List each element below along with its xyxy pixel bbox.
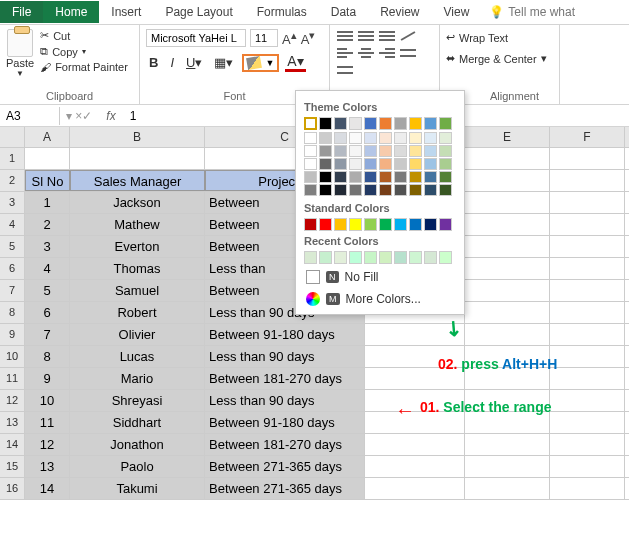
cell[interactable]	[550, 324, 625, 345]
cell[interactable]	[465, 478, 550, 499]
color-swatch[interactable]	[319, 218, 332, 231]
align-middle-button[interactable]	[357, 29, 375, 43]
color-swatch[interactable]	[319, 158, 332, 170]
color-swatch[interactable]	[304, 251, 317, 264]
font-name-input[interactable]: Microsoft YaHei L	[146, 29, 246, 47]
row-header[interactable]: 12	[0, 390, 25, 411]
color-swatch[interactable]	[394, 171, 407, 183]
italic-button[interactable]: I	[167, 54, 177, 71]
color-swatch[interactable]	[379, 218, 392, 231]
cell[interactable]	[365, 412, 465, 433]
fx-icon[interactable]: fx	[98, 109, 123, 123]
color-swatch[interactable]	[304, 171, 317, 183]
cell[interactable]	[550, 434, 625, 455]
cell[interactable]: Between 91-180 days	[205, 324, 365, 345]
color-swatch[interactable]	[334, 251, 347, 264]
cell[interactable]: Robert	[70, 302, 205, 323]
color-swatch[interactable]	[394, 158, 407, 170]
cell[interactable]: Mario	[70, 368, 205, 389]
font-color-button[interactable]: A▾	[285, 53, 305, 72]
merge-center-button[interactable]: ⬌Merge & Center▾	[446, 52, 553, 65]
cell[interactable]: Mathew	[70, 214, 205, 235]
color-swatch[interactable]	[319, 117, 332, 130]
row-header[interactable]: 13	[0, 412, 25, 433]
align-bottom-button[interactable]	[378, 29, 396, 43]
color-swatch[interactable]	[439, 158, 452, 170]
color-swatch[interactable]	[349, 132, 362, 144]
color-swatch[interactable]	[349, 158, 362, 170]
cell[interactable]	[465, 324, 550, 345]
row-header[interactable]: 11	[0, 368, 25, 389]
cell[interactable]: Siddhart	[70, 412, 205, 433]
cell[interactable]: Shreyasi	[70, 390, 205, 411]
color-swatch[interactable]	[439, 132, 452, 144]
cell[interactable]: 7	[25, 324, 70, 345]
cell[interactable]: Sl No	[25, 170, 70, 191]
color-swatch[interactable]	[409, 158, 422, 170]
cell[interactable]	[465, 258, 550, 279]
color-swatch[interactable]	[364, 218, 377, 231]
cell[interactable]: Jonathon	[70, 434, 205, 455]
align-top-button[interactable]	[336, 29, 354, 43]
color-swatch[interactable]	[379, 251, 392, 264]
tab-review[interactable]: Review	[368, 1, 431, 23]
color-swatch[interactable]	[424, 218, 437, 231]
color-swatch[interactable]	[424, 158, 437, 170]
color-swatch[interactable]	[334, 117, 347, 130]
color-swatch[interactable]	[379, 184, 392, 196]
color-swatch[interactable]	[439, 184, 452, 196]
color-swatch[interactable]	[304, 132, 317, 144]
color-swatch[interactable]	[409, 218, 422, 231]
decrease-indent-button[interactable]	[399, 46, 417, 60]
color-swatch[interactable]	[394, 132, 407, 144]
color-swatch[interactable]	[364, 117, 377, 130]
color-swatch[interactable]	[409, 132, 422, 144]
color-swatch[interactable]	[304, 145, 317, 157]
cell[interactable]: 11	[25, 412, 70, 433]
color-swatch[interactable]	[409, 171, 422, 183]
cell[interactable]	[550, 214, 625, 235]
tab-page-layout[interactable]: Page Layout	[153, 1, 244, 23]
color-swatch[interactable]	[334, 171, 347, 183]
row-header[interactable]: 9	[0, 324, 25, 345]
row-header[interactable]: 10	[0, 346, 25, 367]
cell[interactable]: Less than 90 days	[205, 390, 365, 411]
cell[interactable]: Between 91-180 days	[205, 412, 365, 433]
cell[interactable]: 13	[25, 456, 70, 477]
increase-indent-button[interactable]	[336, 63, 354, 77]
cell[interactable]	[365, 434, 465, 455]
shrink-font-button[interactable]: A▾	[301, 29, 316, 47]
tab-formulas[interactable]: Formulas	[245, 1, 319, 23]
color-swatch[interactable]	[424, 117, 437, 130]
color-swatch[interactable]	[439, 218, 452, 231]
select-all-corner[interactable]	[0, 127, 25, 147]
color-swatch[interactable]	[439, 251, 452, 264]
more-colors-menu[interactable]: MMore Colors...	[304, 288, 456, 310]
color-swatch[interactable]	[379, 158, 392, 170]
cell[interactable]	[465, 214, 550, 235]
cell[interactable]: Lucas	[70, 346, 205, 367]
color-swatch[interactable]	[334, 218, 347, 231]
cell[interactable]	[365, 478, 465, 499]
color-swatch[interactable]	[304, 158, 317, 170]
cell[interactable]: Samuel	[70, 280, 205, 301]
color-swatch[interactable]	[424, 171, 437, 183]
cell[interactable]	[550, 478, 625, 499]
color-swatch[interactable]	[394, 145, 407, 157]
cell[interactable]: Sales Manager	[70, 170, 205, 191]
cell[interactable]: Between 181-270 days	[205, 434, 365, 455]
row-header[interactable]: 1	[0, 148, 25, 169]
color-swatch[interactable]	[364, 171, 377, 183]
cell[interactable]: 14	[25, 478, 70, 499]
tab-insert[interactable]: Insert	[99, 1, 153, 23]
wrap-text-button[interactable]: ↩Wrap Text	[446, 31, 553, 44]
color-swatch[interactable]	[364, 251, 377, 264]
tab-file[interactable]: File	[0, 1, 43, 23]
color-swatch[interactable]	[304, 117, 317, 130]
cell[interactable]	[550, 390, 625, 411]
col-header-e[interactable]: E	[465, 127, 550, 147]
cell[interactable]: 2	[25, 214, 70, 235]
color-swatch[interactable]	[349, 218, 362, 231]
row-header[interactable]: 5	[0, 236, 25, 257]
row-header[interactable]: 7	[0, 280, 25, 301]
